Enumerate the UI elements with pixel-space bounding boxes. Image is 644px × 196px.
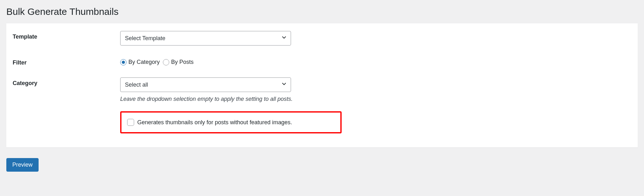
filter-label: Filter: [13, 57, 120, 66]
radio-icon: [163, 59, 169, 65]
only-without-featured-checkbox[interactable]: [127, 119, 134, 126]
category-label: Category: [13, 77, 120, 87]
category-row: Category Select all Leave the dropdown s…: [13, 77, 631, 133]
filter-radio-by-posts[interactable]: By Posts: [163, 59, 194, 65]
page-title: Bulk Generate Thumbnails: [6, 6, 638, 17]
template-select[interactable]: Select Template: [120, 31, 291, 46]
highlighted-option-box: Generates thumbnails only for posts with…: [120, 111, 342, 133]
filter-radio-by-category[interactable]: By Category: [120, 59, 160, 65]
template-control: Select Template: [120, 31, 631, 46]
template-row: Template Select Template: [13, 31, 631, 46]
category-helper-text: Leave the dropdown selection empty to ap…: [120, 96, 631, 102]
only-without-featured-label: Generates thumbnails only for posts with…: [137, 119, 292, 126]
filter-radio-by-posts-label: By Posts: [171, 59, 194, 65]
category-select-value: Select all: [125, 82, 148, 88]
filter-radio-by-category-label: By Category: [128, 59, 160, 65]
template-select-value: Select Template: [125, 35, 165, 42]
category-control: Select all Leave the dropdown selection …: [120, 77, 631, 133]
category-select[interactable]: Select all: [120, 77, 291, 92]
filter-radio-group: By Category By Posts: [120, 57, 631, 65]
filter-control: By Category By Posts: [120, 57, 631, 65]
preview-button[interactable]: Preview: [6, 158, 39, 172]
radio-icon: [120, 59, 127, 65]
settings-panel: Template Select Template Filter By Categ…: [6, 23, 638, 147]
template-label: Template: [13, 31, 120, 40]
filter-row: Filter By Category By Posts: [13, 57, 631, 66]
